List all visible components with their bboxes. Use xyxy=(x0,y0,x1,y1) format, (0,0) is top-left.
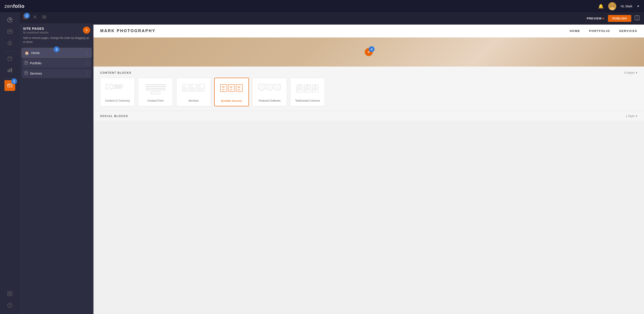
social-blocks-title: SOCIAL BLOCKS xyxy=(100,115,128,118)
portfolio-page-label: Portfolio xyxy=(30,61,84,65)
block-icon-content-2col xyxy=(104,81,131,97)
home-page-icon: 🏠 xyxy=(24,51,29,55)
hero-image-area: + 4 xyxy=(94,37,322,67)
svg-point-115 xyxy=(298,85,299,87)
sidebar-item-pricing[interactable]: $ xyxy=(4,38,15,48)
design-tab-button[interactable] xyxy=(32,14,37,21)
badge-2: 2 xyxy=(24,13,30,18)
left-sidebar: $ 1 xyxy=(0,12,20,157)
portfolio-page-more-icon[interactable]: ⋮ xyxy=(84,61,88,66)
settings-tab-button[interactable] xyxy=(42,14,47,21)
top-header: zenfolio 🔔 Hi, Mark ▼ xyxy=(0,0,322,12)
site-pages-description: Add or remove pages, change the order by… xyxy=(20,36,94,47)
blocks-grid: Content (2 Columns) Contact Form xyxy=(100,78,322,106)
page-item-portfolio[interactable]: Portfolio ⋮ xyxy=(22,58,91,68)
svg-point-24 xyxy=(9,84,10,85)
add-page-button[interactable]: + xyxy=(83,26,90,34)
page-list: 🏠 Home ⋮ 3 Portfolio ⋮ xyxy=(20,48,94,78)
svg-text:$: $ xyxy=(184,85,185,87)
block-label-content-2col: Content (2 Columns) xyxy=(104,99,131,102)
svg-point-116 xyxy=(300,85,302,87)
badge-3: 3 xyxy=(54,46,60,52)
svg-point-8 xyxy=(10,19,10,20)
block-icon-services: $ $ $ xyxy=(180,81,207,97)
svg-point-122 xyxy=(306,85,308,87)
svg-rect-12 xyxy=(8,32,12,33)
pages-tab-button[interactable]: 2 xyxy=(23,14,28,21)
svg-point-123 xyxy=(306,85,307,87)
block-testimonial-columns[interactable]: Testimonial Columns xyxy=(290,78,322,106)
blocks-header: CONTENT BLOCKS 6 Styles ▾ xyxy=(100,71,322,74)
svg-rect-89 xyxy=(228,84,234,92)
svg-point-124 xyxy=(308,85,309,87)
svg-text:$: $ xyxy=(199,85,200,87)
main-content: PREVIEW ▶ PUBLISH MARK PHOTOGRAPHY HOME … xyxy=(94,12,322,157)
block-label-contact-form: Contact Form xyxy=(142,99,169,102)
svg-rect-10 xyxy=(8,30,10,31)
block-bookme-services[interactable]: BookMe Services xyxy=(214,78,249,106)
services-page-icon xyxy=(24,71,28,76)
svg-point-131 xyxy=(314,85,315,87)
site-pages-header: SITE PAGES No published website + xyxy=(20,23,94,36)
block-contact-form[interactable]: Contact Form xyxy=(138,78,173,106)
svg-point-132 xyxy=(316,85,317,87)
svg-rect-15 xyxy=(8,57,12,60)
svg-rect-11 xyxy=(10,30,12,31)
block-featured-galleries[interactable]: Featured Galleries xyxy=(252,78,287,106)
sidebar-item-website-builder[interactable]: 1 xyxy=(4,80,15,91)
svg-text:$: $ xyxy=(9,42,11,45)
content-blocks-title: CONTENT BLOCKS xyxy=(100,71,132,74)
block-content-2col[interactable]: Content (2 Columns) xyxy=(100,78,135,106)
svg-text:$: $ xyxy=(192,85,192,87)
site-pages-panel: 2 SITE PAGES No published website xyxy=(20,12,94,157)
block-services[interactable]: $ $ $ xyxy=(176,78,211,106)
site-pages-title-area: SITE PAGES No published website xyxy=(23,26,48,34)
social-blocks-section: SOCIAL BLOCKS 1 Style ▾ xyxy=(94,111,322,121)
block-label-testimonial: Testimonial Columns xyxy=(294,99,321,102)
social-header: SOCIAL BLOCKS 1 Style ▾ xyxy=(100,114,322,118)
panel-toolbar: 2 xyxy=(20,12,94,23)
svg-rect-9 xyxy=(8,30,12,33)
svg-point-114 xyxy=(299,85,300,87)
svg-point-23 xyxy=(8,84,9,85)
svg-rect-19 xyxy=(8,70,9,72)
preview-toolbar: PREVIEW ▶ PUBLISH xyxy=(94,12,322,24)
site-pages-title: SITE PAGES xyxy=(23,26,48,30)
block-label-services: Services xyxy=(180,99,207,102)
sidebar-item-dashboard[interactable] xyxy=(4,14,15,25)
page-item-services[interactable]: Services ⋮ xyxy=(22,69,91,78)
block-icon-bookme xyxy=(218,82,245,97)
block-label-featured-galleries: Featured Galleries xyxy=(256,99,283,102)
mockup-nav: MARK PHOTOGRAPHY HOME PORTFOLIO SERVICES xyxy=(94,24,322,37)
sidebar-item-gallery[interactable] xyxy=(4,26,15,37)
mockup-site-logo: MARK PHOTOGRAPHY xyxy=(100,29,156,33)
svg-rect-83 xyxy=(220,84,227,92)
sidebar-divider-1 xyxy=(4,51,16,51)
svg-rect-20 xyxy=(10,69,10,72)
svg-point-46 xyxy=(45,16,46,18)
svg-point-47 xyxy=(44,18,44,19)
page-item-home[interactable]: 🏠 Home ⋮ 3 xyxy=(22,48,91,58)
block-icon-testimonial xyxy=(294,81,321,97)
zenfolio-logo: zenfolio xyxy=(4,3,24,9)
svg-point-130 xyxy=(314,85,316,87)
site-pages-subtitle: No published website xyxy=(23,31,48,34)
sidebar-item-analytics[interactable] xyxy=(4,65,15,75)
services-page-more-icon[interactable]: ⋮ xyxy=(84,71,88,76)
content-blocks-section: CONTENT BLOCKS 6 Styles ▾ xyxy=(94,67,322,111)
portfolio-page-icon xyxy=(24,61,28,65)
block-label-bookme: BookMe Services xyxy=(218,99,245,103)
sidebar-item-calendar[interactable] xyxy=(4,53,15,64)
services-page-label: Services xyxy=(30,72,84,75)
block-icon-contact-form xyxy=(142,81,169,97)
svg-rect-21 xyxy=(11,68,12,72)
svg-rect-95 xyxy=(236,84,242,92)
website-mockup: MARK PHOTOGRAPHY HOME PORTFOLIO SERVICES… xyxy=(94,24,322,67)
block-icon-featured-galleries xyxy=(256,81,283,97)
home-page-more-icon[interactable]: ⋮ xyxy=(84,50,88,55)
svg-rect-67 xyxy=(151,92,160,94)
svg-point-45 xyxy=(43,15,44,16)
badge-1: 1 xyxy=(11,78,17,84)
